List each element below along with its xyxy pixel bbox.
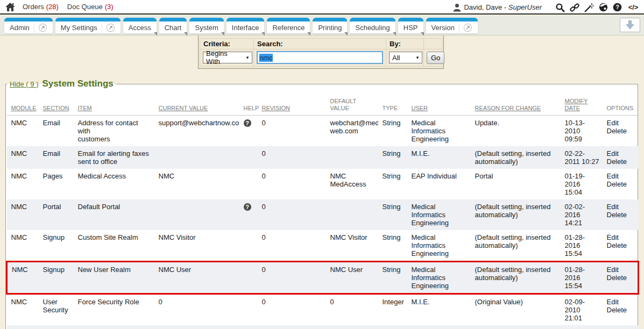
cell-date: 02-02- 2016 14:21 bbox=[561, 199, 603, 230]
cell-type: String bbox=[378, 116, 407, 147]
wand-icon[interactable] bbox=[584, 3, 594, 12]
tab-label: Admin bbox=[10, 24, 30, 32]
column-header-default-value: DEFAULT VALUE bbox=[326, 92, 378, 116]
edit-link[interactable]: Edit bbox=[607, 266, 636, 274]
tab-accent-bar bbox=[267, 18, 310, 22]
tab-accent-bar bbox=[55, 18, 121, 22]
delete-link[interactable]: Delete bbox=[607, 241, 636, 249]
edit-link[interactable]: Edit bbox=[607, 298, 636, 306]
cell-type: String bbox=[378, 199, 407, 230]
cell-revision: 0 bbox=[258, 146, 326, 169]
cell-date: 01-28- 2016 15:54 bbox=[561, 230, 603, 262]
cell-item: Custom Site Realm bbox=[74, 230, 154, 262]
column-header-options: OPTIONS bbox=[603, 92, 639, 116]
help-icon[interactable]: ? bbox=[613, 3, 622, 12]
tab-system[interactable]: System bbox=[189, 18, 223, 33]
cell-current: support@webchartnow.com bbox=[154, 116, 239, 147]
tab-menu-fold-icon bbox=[184, 32, 187, 35]
cell-current: NMC User bbox=[154, 262, 239, 294]
cell-current: NMC Visitor bbox=[154, 230, 239, 262]
go-button[interactable]: Go bbox=[427, 52, 444, 64]
cell-reason: (Default setting, inserted automatically… bbox=[471, 325, 561, 329]
cell-section: User Security bbox=[39, 294, 74, 326]
tab-menu-fold-icon bbox=[154, 32, 157, 35]
tab-accent-bar bbox=[123, 18, 157, 22]
cell-type: String bbox=[378, 146, 407, 169]
tab-reference[interactable]: Reference bbox=[267, 18, 310, 33]
tab-access[interactable]: Access bbox=[123, 18, 157, 33]
home-icon[interactable] bbox=[5, 3, 15, 11]
cell-module: NMC bbox=[7, 294, 39, 326]
cell-user: Medical Informatics Engineering bbox=[407, 116, 471, 147]
help-icon[interactable]: ? bbox=[244, 203, 251, 211]
hide-link[interactable]: Hide ( 9 ) bbox=[10, 80, 38, 88]
column-header-item[interactable]: ITEM bbox=[74, 92, 154, 116]
settings-legend: Hide ( 9 ) System Settings bbox=[7, 78, 116, 89]
search-icon[interactable] bbox=[555, 3, 565, 12]
cell-item: Address for contact with customers bbox=[74, 116, 154, 147]
cell-module: NMC bbox=[7, 262, 39, 294]
settings-table: MODULESECTIONITEMCURRENT VALUEHELPREVISI… bbox=[6, 92, 639, 329]
tab-label: Chart bbox=[165, 24, 182, 32]
by-label: By: bbox=[386, 39, 424, 49]
help-icon[interactable]: ? bbox=[244, 119, 251, 127]
cell-revision: 0 bbox=[258, 294, 326, 326]
tab-label: Scheduling bbox=[355, 24, 390, 32]
cell-module: NMCMD bbox=[7, 325, 39, 329]
cell-default_value: [ Untracked Setting ] bbox=[326, 325, 378, 329]
table-row: NMCMDProcessWizard Complete0[ Untracked … bbox=[7, 325, 639, 329]
delete-link[interactable]: Delete bbox=[607, 274, 636, 282]
delete-link[interactable]: Delete bbox=[607, 211, 636, 219]
delete-link[interactable]: Delete bbox=[607, 306, 636, 314]
topbar-link-doc-queue[interactable]: Doc Queue(3) bbox=[67, 3, 114, 11]
tab-interface[interactable]: Interface bbox=[227, 18, 265, 33]
cell-revision: 0 bbox=[258, 230, 326, 262]
cell-options: EditDelete bbox=[603, 199, 639, 230]
external-link-icon bbox=[459, 23, 472, 32]
cell-item: Wizard Complete bbox=[74, 325, 154, 329]
column-header-section[interactable]: SECTION bbox=[39, 92, 74, 116]
cell-default_value: NMC User bbox=[326, 262, 378, 294]
edit-link[interactable]: Edit bbox=[607, 119, 636, 127]
search-input[interactable]: nmc bbox=[257, 51, 383, 64]
delete-link[interactable]: Delete bbox=[607, 158, 636, 166]
edit-link[interactable]: Edit bbox=[607, 203, 636, 211]
tab-version[interactable]: Version bbox=[426, 18, 478, 33]
column-header-reason-for-change[interactable]: REASON FOR CHANGE bbox=[471, 92, 561, 116]
tab-my-settings[interactable]: My Settings bbox=[55, 18, 121, 33]
user-name: David, Dave - SuperUser bbox=[464, 3, 542, 11]
column-header-user[interactable]: USER bbox=[407, 92, 471, 116]
tab-admin[interactable]: Admin bbox=[4, 18, 53, 33]
column-header-modify-date[interactable]: MODIFY DATE bbox=[561, 92, 603, 116]
column-header-revision[interactable]: REVISION bbox=[258, 92, 326, 116]
tab-label: Reference bbox=[272, 24, 305, 32]
cell-revision: 0 bbox=[258, 262, 326, 294]
expand-menu-button[interactable] bbox=[620, 18, 640, 32]
code-icon[interactable]: </> bbox=[627, 3, 640, 12]
tab-label: Printing bbox=[318, 24, 342, 32]
edit-link[interactable]: Edit bbox=[607, 172, 636, 180]
tab-printing[interactable]: Printing bbox=[313, 18, 347, 33]
down-arrow-icon bbox=[624, 19, 636, 31]
globe-icon[interactable] bbox=[599, 3, 608, 12]
edit-link[interactable]: Edit bbox=[607, 233, 636, 241]
cell-help bbox=[239, 325, 258, 329]
criteria-select[interactable]: Begins With ▼ bbox=[203, 52, 252, 63]
tab-hsp[interactable]: HSP bbox=[398, 18, 423, 33]
delete-link[interactable]: Delete bbox=[607, 127, 636, 135]
svg-text:</>: </> bbox=[628, 3, 639, 11]
tab-scheduling[interactable]: Scheduling bbox=[350, 18, 395, 33]
by-select[interactable]: All ▼ bbox=[389, 52, 422, 63]
cell-reason: Portal bbox=[471, 169, 561, 199]
cell-current bbox=[154, 199, 239, 230]
link-icon[interactable] bbox=[570, 3, 579, 12]
column-header-module[interactable]: MODULE bbox=[7, 92, 39, 116]
external-link-icon bbox=[102, 23, 115, 32]
delete-link[interactable]: Delete bbox=[607, 180, 636, 188]
column-header-type: TYPE bbox=[378, 92, 407, 116]
column-header-current-value[interactable]: CURRENT VALUE bbox=[154, 92, 239, 116]
tab-chart[interactable]: Chart bbox=[159, 18, 187, 33]
topbar-link-orders[interactable]: Orders(28) bbox=[23, 3, 59, 11]
tab-accent-bar bbox=[426, 18, 478, 22]
edit-link[interactable]: Edit bbox=[607, 149, 636, 158]
